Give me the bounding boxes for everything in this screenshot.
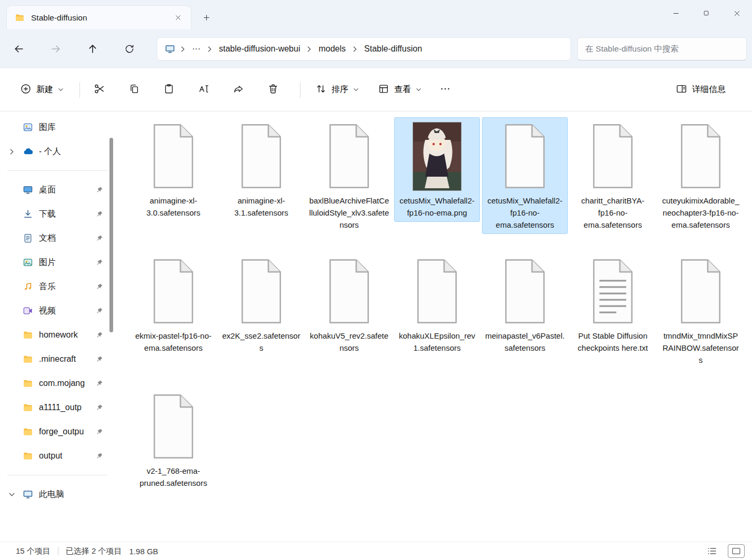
paste-button[interactable] [158,78,180,102]
file-explorer-window: Stable-diffusion ···stable-diffusion-web… [0,0,752,560]
ellipsis-icon [439,83,451,97]
breadcrumb-segment[interactable]: stable-diffusion-webui [214,42,305,56]
file-blank-icon [499,119,550,194]
sidebar-item-music[interactable]: 音乐 [2,275,107,298]
thumbnail-view-button[interactable] [728,544,745,558]
sidebar-item-desktop[interactable]: 桌面 [2,178,107,201]
file-item[interactable]: animagine-xl-3.0.safetensors [131,117,216,222]
file-item[interactable]: Put Stable Diffusion checkpoints here.tx… [570,252,656,357]
chevron-down-icon [58,85,64,95]
search-input[interactable] [585,44,739,54]
sidebar-item-gallery[interactable]: 图库 [2,116,107,139]
command-toolbar: 新建 排序 查看 详细信息 [0,68,752,111]
sidebar: 图库- 个人桌面下载文档图片音乐视频homework.minecraftcom.… [0,111,115,542]
file-blank-icon [236,254,287,329]
sidebar-item-documents[interactable]: 文档 [2,227,107,250]
tab-close-icon[interactable] [171,11,185,25]
sidebar-item-label: homework [39,330,91,340]
new-tab-button[interactable] [197,8,216,26]
file-item[interactable]: cetusMix_Whalefall2-fp16-no-ema.safetens… [482,117,568,234]
sidebar-item-a1111-outp[interactable]: a1111_outp [2,396,107,419]
close-button[interactable] [721,0,752,26]
details-pane-button[interactable]: 详细信息 [669,78,732,102]
sort-button-label: 排序 [332,84,348,95]
breadcrumb-chevron-icon [305,46,314,53]
pin-icon [95,210,103,218]
search-box[interactable] [577,37,747,60]
videos-icon [22,306,34,316]
pin-icon [95,452,103,460]
sidebar-item-homework[interactable]: homework [2,323,107,347]
file-blank-icon [148,389,199,464]
file-item[interactable]: kohakuV5_rev2.safetensors [306,252,392,357]
sidebar-item-pictures[interactable]: 图片 [2,251,107,274]
file-item[interactable]: baxlBlueArchiveFlatCelluloidStyle_xlv3.s… [306,117,392,234]
sidebar-item-minecraft[interactable]: .minecraft [2,348,107,371]
file-item[interactable]: ex2K_sse2.safetensors [218,252,304,357]
pin-icon [95,428,103,436]
sidebar-scrollbar[interactable] [107,111,115,542]
folder-icon [22,378,34,389]
breadcrumb-chevron-icon [178,46,187,53]
sort-button[interactable]: 排序 [309,78,365,102]
scrollbar-thumb[interactable] [109,138,113,332]
file-item[interactable]: ekmix-pastel-fp16-no-ema.safetensors [131,252,216,357]
cut-button[interactable] [88,78,111,102]
sidebar-item-label: .minecraft [39,354,91,364]
file-item[interactable]: v2-1_768-ema-pruned.safetensors [131,388,216,492]
up-button[interactable] [81,38,104,60]
maximize-button[interactable] [691,0,721,26]
file-name: charitt_charitBYA-fp16-no-ema.safetensor… [573,195,653,231]
sidebar-item-label: 此电脑 [39,489,103,500]
share-icon [233,83,244,97]
explorer-tab[interactable]: Stable-diffusion [6,5,192,29]
file-item[interactable]: charitt_charitBYA-fp16-no-ema.safetensor… [570,117,656,234]
forward-button[interactable] [44,38,67,60]
delete-button[interactable] [262,78,284,102]
sidebar-item-output[interactable]: output [2,444,107,467]
file-item[interactable]: animagine-xl-3.1.safetensors [218,117,304,222]
back-button[interactable] [7,38,31,60]
file-blank-icon [412,254,463,329]
more-options-button[interactable] [434,78,456,102]
folder-icon [22,330,34,340]
copy-button[interactable] [123,78,145,102]
file-item[interactable]: meinapastel_v6Pastel.safetensors [482,252,568,357]
sidebar-item-downloads[interactable]: 下载 [2,202,107,226]
file-item[interactable]: tmndMix_tmndMixSPRAINBOW.safetensors [658,252,744,369]
sidebar-item-videos[interactable]: 视频 [2,299,107,322]
rename-button[interactable] [193,78,215,102]
chevron-down-icon [416,85,422,95]
main-area: 图库- 个人桌面下载文档图片音乐视频homework.minecraftcom.… [0,111,752,542]
refresh-button[interactable] [118,38,141,60]
view-button[interactable]: 查看 [372,78,428,102]
chevron-down-icon [353,85,359,95]
sidebar-item-this-pc[interactable]: 此电脑 [2,483,107,506]
chevron-right-icon[interactable] [6,148,17,155]
file-item[interactable]: cetusMix_Whalefall2-fp16-no-ema.png [394,117,480,222]
sidebar-item-label: 音乐 [39,281,91,292]
sidebar-item-label: 视频 [39,306,91,317]
sidebar-item-label: 下载 [39,209,91,220]
file-item[interactable]: kohakuXLEpsilon_rev1.safetensors [394,252,480,357]
pin-icon [95,331,103,339]
breadcrumb-segment[interactable]: models [314,42,350,56]
pin-icon [95,283,103,291]
breadcrumb-segment[interactable]: Stable-diffusion [359,42,427,56]
file-item[interactable]: cuteyukimixAdorable_neochapter3-fp16-no-… [658,117,744,234]
minimize-button[interactable] [660,0,691,26]
pin-icon [95,259,103,267]
details-view-button[interactable] [704,544,720,558]
pin-icon [95,186,103,194]
chevron-down-icon[interactable] [6,491,17,498]
new-button[interactable]: 新建 [14,78,70,102]
sidebar-item-onedrive-personal[interactable]: - 个人 [2,140,107,163]
share-button[interactable] [227,78,249,102]
file-name: kohakuV5_rev2.safetensors [309,330,389,354]
breadcrumb-collapsed-button[interactable]: ··· [187,42,205,56]
sidebar-item-com-mojang[interactable]: com.mojang [2,372,107,395]
breadcrumb-chevron-icon [205,46,214,53]
sidebar-item-forge-outpu[interactable]: forge_outpu [2,420,107,443]
sidebar-item-label: 图片 [39,257,91,268]
tab-title: Stable-diffusion [31,13,166,23]
